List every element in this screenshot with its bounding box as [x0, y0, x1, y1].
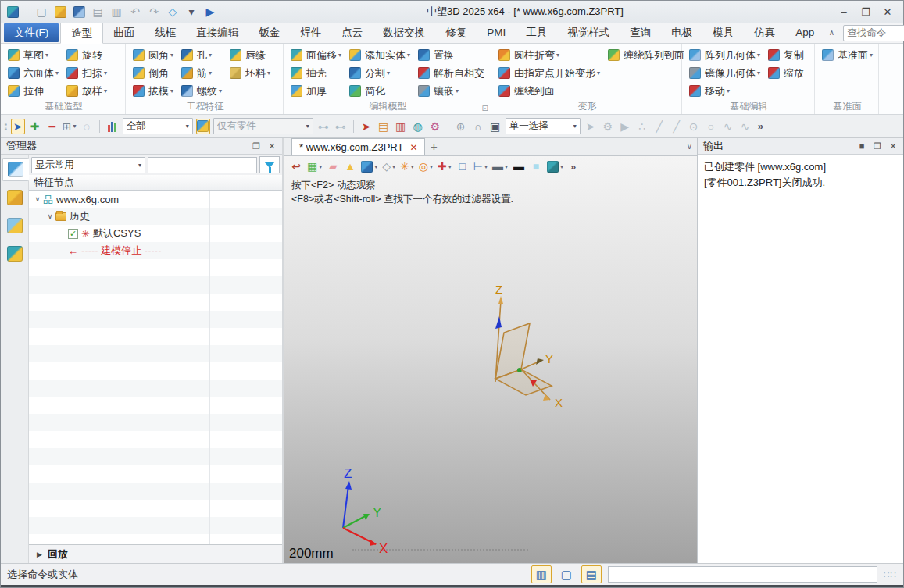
tree-node-history[interactable]: ∨历史 [29, 208, 282, 225]
curve-pick-icon[interactable]: ∩ [471, 119, 485, 134]
filter-list-icon[interactable] [105, 119, 120, 134]
new-file-icon[interactable]: ▢ [34, 4, 48, 20]
ribbon-item-cylindrical-bend[interactable]: 圆柱折弯▾ [496, 46, 602, 64]
tab-list-chevron-icon[interactable]: ∨ [687, 138, 692, 155]
minimize-icon[interactable]: – [833, 4, 855, 20]
selection-list-icon[interactable]: ▤ [377, 119, 391, 134]
tab-sheet-metal[interactable]: 钣金 [248, 23, 290, 43]
shade-cube-icon[interactable]: ▾ [361, 159, 377, 174]
save-icon[interactable] [72, 4, 86, 20]
dimension-icon[interactable]: ⊢▾ [473, 159, 488, 174]
qat-dropdown-icon[interactable]: ▾ [184, 4, 198, 20]
regen-icon[interactable]: ◇ [166, 4, 180, 20]
document-tab[interactable]: * www.x6g.com.Z3PRT ✕ [291, 138, 425, 155]
view-wheel-icon[interactable]: ✳▾ [400, 159, 414, 174]
close-icon[interactable]: ✕ [877, 4, 899, 20]
tab-file[interactable]: 文件(F) [4, 23, 59, 42]
utility-tool-icon[interactable]: ⚙ [428, 119, 442, 134]
monitor-toggle-icon[interactable]: ▢ [556, 565, 577, 583]
spline-snap-icon[interactable]: ∿ [721, 119, 735, 134]
doclist-toggle-icon[interactable]: ▤ [581, 565, 602, 583]
tab-surface[interactable]: 曲面 [103, 23, 145, 43]
compass-pick-icon[interactable]: ⊕ [454, 119, 468, 134]
ribbon-item-thread[interactable]: 螺纹▾ [179, 82, 224, 100]
ribbon-item-loft[interactable]: 放样▾ [64, 82, 109, 100]
undo-icon[interactable]: ↶ [128, 4, 142, 20]
pick-entity-icon[interactable]: ➤ [11, 119, 25, 134]
part-filter-combo[interactable]: 仅有零件▾ [213, 118, 313, 134]
pick-region-icon[interactable]: ⊞▾ [63, 119, 77, 134]
ribbon-item-mirror-geometry[interactable]: 镜像几何体▾ [687, 64, 763, 82]
ribbon-item-fillet[interactable]: 圆角▾ [130, 46, 176, 64]
output-restore-icon[interactable]: ❐ [870, 140, 884, 152]
geometry-globe-icon[interactable]: ◍ [411, 119, 425, 134]
tab-weldment[interactable]: 焊件 [290, 23, 331, 43]
dialog-launcher-icon[interactable]: ⊡ [482, 104, 488, 112]
ribbon-item-sketch[interactable]: 草图▾ [5, 46, 61, 64]
tab-pmi[interactable]: PMI [477, 23, 516, 43]
tree-node-stop[interactable]: ←----- 建模停止 ----- [29, 242, 282, 259]
ribbon-item-heal-self-intersection[interactable]: 解析自相交 [416, 64, 487, 82]
ribbon-item-face-offset[interactable]: 面偏移▾ [288, 46, 344, 64]
snap-points-icon[interactable]: ∴ [635, 119, 649, 134]
widget-toggle-icon[interactable]: ▥ [531, 565, 552, 583]
open-file-icon[interactable] [53, 4, 67, 20]
box-pick-icon[interactable]: ▣ [488, 119, 502, 134]
ribbon-item-move[interactable]: 移动▾ [687, 82, 763, 100]
redo-icon[interactable]: ↷ [147, 4, 161, 20]
ribbon-item-chamfer[interactable]: 倒角 [130, 64, 176, 82]
spline-snap2-icon[interactable]: ∿ [738, 119, 752, 134]
ribbon-item-pattern-geometry[interactable]: 阵列几何体▾ [687, 46, 763, 64]
panel-restore-icon[interactable]: ❐ [249, 140, 263, 152]
panel-close-icon[interactable]: ✕ [265, 140, 279, 152]
search-input[interactable] [847, 27, 904, 38]
ribbon-item-lip[interactable]: 唇缘 [227, 46, 273, 64]
part-only-filter-icon[interactable] [196, 119, 210, 134]
ribbon-item-sweep[interactable]: 扫掠▾ [64, 64, 109, 82]
circle-snap-icon[interactable]: ○ [704, 119, 718, 134]
display-filter-combo[interactable]: 显示常用▾ [31, 157, 145, 173]
cone-icon[interactable]: ▲ [344, 159, 356, 174]
chamfer-view-icon[interactable]: ▾ [547, 159, 563, 174]
run-icon[interactable]: ▶ [618, 119, 632, 134]
tree-column-header[interactable]: 特征节点 [29, 175, 282, 191]
print-icon[interactable]: ▤ [91, 4, 105, 20]
remove-pick-icon[interactable]: ━ [45, 119, 59, 134]
circle-center-icon[interactable]: ⊙ [687, 119, 701, 134]
tab-close-icon[interactable]: ✕ [409, 142, 417, 153]
background-bar-icon[interactable]: ▬ [513, 159, 525, 174]
tab-inquire[interactable]: 查询 [620, 23, 661, 43]
tab-electrode[interactable]: 电极 [661, 23, 702, 43]
view-ring-icon[interactable]: ◎▾ [419, 159, 433, 174]
ribbon-item-shell[interactable]: 抽壳 [288, 64, 344, 82]
ribbon-item-revolve[interactable]: 旋转 [64, 46, 109, 64]
command-search[interactable] [843, 25, 904, 41]
ribbon-item-divide[interactable]: 分割▾ [347, 64, 413, 82]
resize-grip[interactable]: ∷∷ [884, 569, 897, 580]
tab-simulation[interactable]: 仿真 [744, 23, 785, 43]
background-color-icon[interactable]: ■ [530, 159, 542, 174]
ribbon-item-simplify[interactable]: 简化 [347, 82, 413, 100]
solid-manager-icon[interactable] [3, 186, 27, 209]
tab-wireframe[interactable]: 线框 [145, 23, 186, 43]
tab-shape[interactable]: 造型 [60, 23, 103, 44]
collapse-ribbon-icon[interactable]: ∧ [824, 25, 838, 41]
status-input[interactable] [608, 566, 877, 583]
tab-mold[interactable]: 模具 [702, 23, 744, 43]
line-snap2-icon[interactable]: ╱ [670, 119, 684, 134]
default-csys-datum[interactable]: Z Y X [467, 283, 600, 424]
role-manager-icon[interactable] [3, 242, 27, 265]
ribbon-item-stock[interactable]: 坯料▾ [227, 64, 273, 82]
visual-manager-icon[interactable] [3, 214, 27, 237]
tab-direct-edit[interactable]: 直接编辑 [186, 23, 248, 43]
ribbon-item-replace[interactable]: 置换 [416, 46, 487, 64]
tree-node-csys[interactable]: ✓✳默认CSYS [29, 225, 282, 242]
locate-icon[interactable]: ✚▾ [438, 159, 452, 174]
wireframe-cube-icon[interactable]: ◇▾ [382, 159, 395, 174]
ribbon-item-copy[interactable]: 复制 [766, 46, 806, 64]
expander-icon[interactable]: ∨ [45, 212, 55, 220]
filter-scope-combo[interactable]: 全部▾ [123, 118, 193, 134]
tab-tools[interactable]: 工具 [516, 23, 557, 43]
tab-repair[interactable]: 修复 [435, 23, 477, 43]
ribbon-item-scale[interactable]: 缩放 [766, 64, 806, 82]
